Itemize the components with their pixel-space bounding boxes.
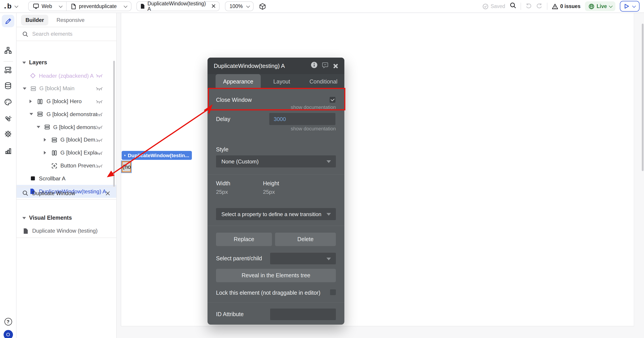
height-label: Height [263,180,279,187]
design-canvas[interactable] [121,13,634,326]
toolbar-divider [520,3,521,10]
eye-closed-icon[interactable] [96,163,103,169]
rail-avatar-button[interactable]: O [2,328,14,338]
layer-label: G [block] demonstrat... [46,111,102,117]
eye-closed-icon[interactable] [96,138,103,144]
notes-button[interactable] [322,62,328,70]
zoom-dropdown[interactable]: 100% [225,1,254,11]
element-filter-input[interactable] [32,190,99,196]
caret-down-icon[interactable] [37,126,40,128]
search-button[interactable] [510,2,516,10]
layer-row-button[interactable]: Button Preven... [16,159,116,172]
file-icon [23,228,28,234]
element-result-duplicate-window[interactable]: Duplicate Window (testing) [23,228,98,234]
rail-design-button[interactable] [2,15,14,27]
comment-icon [322,62,328,68]
caret-right-icon[interactable] [44,138,46,142]
reveal-in-tree-button[interactable]: Reveal in the Elements tree [216,269,336,282]
style-label: Style [216,147,228,153]
eye-closed-icon[interactable] [96,151,103,157]
close-tab-button[interactable] [212,3,216,9]
rail-help-button[interactable]: ? [2,315,14,328]
delay-input[interactable]: 3000 [269,113,336,125]
tab-builder[interactable]: Builder [21,14,48,25]
rail-logs-button[interactable] [2,144,14,157]
caret-down-icon[interactable] [23,88,26,90]
search-icon [510,2,516,8]
layer-label: Button Preven... [60,163,100,169]
caret-right-icon[interactable] [30,99,32,103]
badge-label: DuplicateWindow(testin... [128,153,189,158]
tab-conditional[interactable]: Conditional [302,74,344,89]
layers-tree: Header (zqbackend) A G [block] Main G [b… [16,69,116,198]
search-elements-input[interactable] [32,31,99,37]
duplicate-window-element[interactable]: (no [122,161,131,172]
dropdown-arrow-icon [326,213,331,216]
section-divider [208,302,344,303]
replace-button[interactable]: Replace [216,233,272,246]
layer-row-expla[interactable]: G [block] Expla... [16,147,116,160]
layer-row-header[interactable]: Header (zqbackend) A [16,69,116,82]
rail-settings-button[interactable] [2,128,14,140]
warning-icon [552,3,558,9]
tab-responsive[interactable]: Responsive [52,14,89,25]
undo-button[interactable] [525,2,532,10]
transition-dropdown[interactable]: Select a property to define a new transi… [216,208,336,220]
id-attribute-input[interactable] [270,309,336,320]
tab-appearance[interactable]: Appearance [216,74,261,89]
layer-row-scrollbar[interactable]: Scrollbar A [16,172,116,185]
button-frame-icon [52,163,57,170]
layer-row-demonstrat[interactable]: G [block] demonstrat... [16,108,116,121]
layer-label: G [block] Dem... [60,137,100,143]
inspector-header[interactable]: DuplicateWindow(testing) A [208,58,344,74]
eye-closed-icon[interactable] [96,112,103,118]
visual-elements-header[interactable]: Visual Elements [22,215,72,221]
rail-data-button[interactable] [2,79,14,92]
eye-closed-icon[interactable] [96,73,103,79]
caret-down-icon[interactable] [30,113,33,115]
selected-element-badge[interactable]: DuplicateWindow(testin... [122,151,192,160]
eye-closed-icon[interactable] [96,125,103,131]
layer-row-demons[interactable]: G [block] demons... [16,121,116,134]
gear-icon [4,130,12,138]
show-documentation-link[interactable]: show documentation [291,105,336,110]
component-library-button[interactable] [260,3,266,12]
eye-closed-icon[interactable] [96,86,103,92]
redo-button[interactable] [536,2,542,10]
canvas-scrollbar-thumb[interactable] [642,24,644,171]
tab-layout[interactable]: Layout [261,74,303,89]
caret-right-icon[interactable] [44,151,46,155]
layer-row-dem[interactable]: G [block] Dem... [16,134,116,147]
columns-icon [52,150,57,157]
rail-styles-button[interactable] [2,96,14,108]
rail-workflow-button[interactable] [2,44,14,57]
close-inspector-button[interactable] [333,63,338,69]
element-filter-row [16,187,116,200]
page-dropdown[interactable]: preventduplicate [66,2,131,11]
rail-components-button[interactable] [2,64,14,76]
rail-plugins-button[interactable] [2,112,14,125]
chevron-down-icon [632,4,636,8]
style-dropdown[interactable]: None (Custom) [216,155,336,168]
delete-button[interactable]: Delete [275,233,336,246]
live-dropdown[interactable]: Live [585,1,616,11]
lock-element-checkbox[interactable] [330,289,336,295]
show-documentation-link[interactable]: show documentation [291,126,336,131]
undo-icon [525,3,532,8]
bubble-logo-menu[interactable]: b [4,0,18,12]
platform-dropdown[interactable]: Web [28,2,66,11]
layers-section-header[interactable]: Layers [22,59,47,66]
layer-row-hero[interactable]: G [block] Hero [16,95,116,108]
parent-child-dropdown[interactable] [270,253,336,264]
open-element-tab[interactable]: DuplicateWindow(testing) A [136,1,220,11]
issues-indicator[interactable]: 0 issues [552,3,580,9]
tree-scrollbar-thumb[interactable] [113,61,115,187]
preview-button[interactable] [620,1,640,12]
clear-filter-button[interactable] [106,189,110,197]
caret-down-icon [22,217,26,219]
section-divider [208,225,344,226]
close-window-checkbox[interactable] [330,97,336,103]
info-button[interactable] [311,62,318,70]
layer-row-main[interactable]: G [block] Main [16,82,116,95]
eye-closed-icon[interactable] [96,99,103,105]
